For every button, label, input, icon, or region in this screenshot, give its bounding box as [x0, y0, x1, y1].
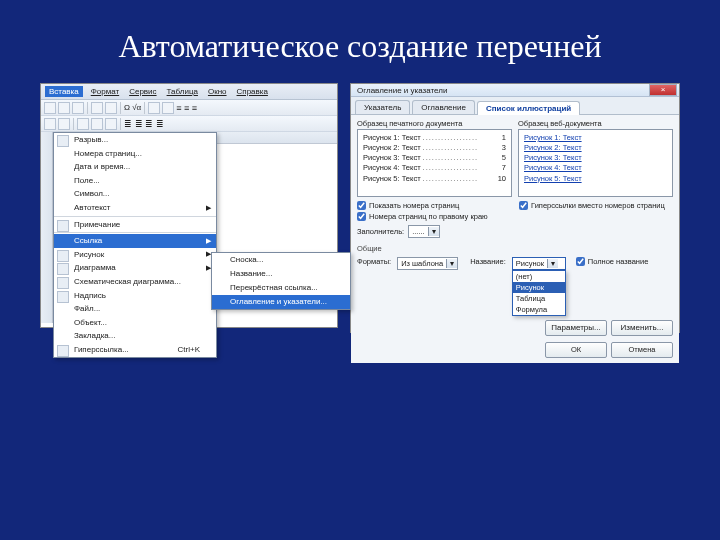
- dropdown-option[interactable]: Таблица: [513, 293, 565, 304]
- chevron-down-icon: ▾: [428, 227, 439, 236]
- menu-item-icon: [57, 345, 69, 357]
- filler-label: Заполнитель:: [357, 227, 404, 236]
- preview-link: Рисунок 3: Текст: [524, 153, 667, 163]
- insert-menu-item[interactable]: Разрыв...: [54, 133, 216, 147]
- print-preview-label: Образец печатного документа: [357, 119, 512, 128]
- tab-figures[interactable]: Список иллюстраций: [477, 101, 580, 115]
- insert-menu-item[interactable]: Объект...: [54, 316, 216, 330]
- ruler-vertical: [41, 132, 53, 323]
- tab-index[interactable]: Указатель: [355, 100, 410, 114]
- filler-combo[interactable]: ......▾: [408, 225, 440, 238]
- reference-submenu-item[interactable]: Перекрёстная ссылка...: [212, 281, 350, 295]
- toolbar-icon[interactable]: [44, 118, 56, 130]
- preview-line: Рисунок 1: Текст..................1: [363, 133, 506, 143]
- close-button[interactable]: ×: [649, 84, 677, 96]
- insert-menu-item[interactable]: Диаграмма: [54, 261, 216, 275]
- menu-help[interactable]: Справка: [235, 86, 270, 97]
- dialog-tabs[interactable]: Указатель Оглавление Список иллюстраций: [351, 97, 679, 114]
- reference-submenu-item[interactable]: Название...: [212, 267, 350, 281]
- menu-item-icon: [57, 277, 69, 289]
- preview-link: Рисунок 5: Текст: [524, 174, 667, 184]
- insert-menu-item[interactable]: Ссылка: [54, 234, 216, 248]
- screenshot-row: Вставка Формат Сервис Таблица Окно Справ…: [0, 83, 720, 333]
- insert-menu-item[interactable]: Надпись: [54, 289, 216, 303]
- document-page: Разрыв...Номера страниц...Дата и время..…: [53, 132, 337, 323]
- preview-line: Рисунок 3: Текст..................5: [363, 153, 506, 163]
- slide-title: Автоматическое создание перечней: [0, 0, 720, 83]
- toolbar-icon[interactable]: [148, 102, 160, 114]
- preview-line: Рисунок 4: Текст..................7: [363, 163, 506, 173]
- reference-submenu[interactable]: Сноска...Название...Перекрёстная ссылка.…: [211, 252, 351, 310]
- insert-menu-item[interactable]: Дата и время...: [54, 160, 216, 174]
- menu-bar[interactable]: Вставка Формат Сервис Таблица Окно Справ…: [41, 84, 337, 100]
- insert-menu-item[interactable]: Символ...: [54, 187, 216, 201]
- cancel-button[interactable]: Отмена: [611, 342, 673, 358]
- chevron-down-icon: ▾: [547, 259, 558, 268]
- insert-menu-item[interactable]: Поле...: [54, 174, 216, 188]
- menu-item-icon: [57, 135, 69, 147]
- toolbar-1: Ω √α ≡ ≡ ≡: [41, 100, 337, 116]
- caption-dropdown-list[interactable]: (нет)РисунокТаблицаФормула: [512, 270, 566, 316]
- insert-menu-item[interactable]: Примечание: [54, 218, 216, 232]
- toolbar-icon[interactable]: [162, 102, 174, 114]
- word-window: Вставка Формат Сервис Таблица Окно Справ…: [40, 83, 338, 328]
- web-preview-box: Рисунок 1: ТекстРисунок 2: ТекстРисунок …: [518, 129, 673, 197]
- insert-menu-item[interactable]: Закладка...: [54, 329, 216, 343]
- insert-menu-item[interactable]: Гиперссылка...Ctrl+K: [54, 343, 216, 357]
- toolbar-icon[interactable]: [91, 118, 103, 130]
- reference-submenu-item[interactable]: Сноска...: [212, 253, 350, 267]
- dropdown-option[interactable]: Рисунок: [513, 282, 565, 293]
- insert-dropdown-menu[interactable]: Разрыв...Номера страниц...Дата и время..…: [53, 132, 217, 358]
- insert-menu-item[interactable]: Автотекст: [54, 201, 216, 215]
- caption-combo[interactable]: Рисунок▾: [512, 257, 566, 270]
- preview-link: Рисунок 1: Текст: [524, 133, 667, 143]
- menu-insert[interactable]: Вставка: [45, 86, 83, 97]
- ok-button[interactable]: ОК: [545, 342, 607, 358]
- insert-menu-item[interactable]: Рисунок: [54, 248, 216, 262]
- chk-full-caption[interactable]: Полное название: [576, 257, 649, 266]
- preview-line: Рисунок 2: Текст..................3: [363, 143, 506, 153]
- menu-item-icon: [57, 263, 69, 275]
- dialog-title: Оглавление и указатели: [357, 86, 447, 95]
- insert-menu-item[interactable]: Номера страниц...: [54, 147, 216, 161]
- toolbar-icon[interactable]: [44, 102, 56, 114]
- dialog-body: Образец печатного документа Рисунок 1: Т…: [351, 114, 679, 340]
- toolbar-icon[interactable]: [58, 118, 70, 130]
- caption-label: Название:: [470, 257, 506, 266]
- menu-item-icon: [57, 250, 69, 262]
- menu-format[interactable]: Формат: [89, 86, 121, 97]
- web-preview-label: Образец веб-документа: [518, 119, 673, 128]
- chk-hyperlinks[interactable]: Гиперссылки вместо номеров страниц: [519, 201, 673, 210]
- toolbar-icon[interactable]: [72, 102, 84, 114]
- insert-menu-item[interactable]: Файл...: [54, 302, 216, 316]
- toolbar-icon[interactable]: [105, 102, 117, 114]
- dialog-titlebar: Оглавление и указатели ×: [351, 84, 679, 97]
- toc-dialog: Оглавление и указатели × Указатель Оглав…: [350, 83, 680, 333]
- insert-menu-item[interactable]: Схематическая диаграмма...: [54, 275, 216, 289]
- toolbar-2: ≣ ≣ ≣ ≣: [41, 116, 337, 132]
- menu-tools[interactable]: Сервис: [127, 86, 158, 97]
- dropdown-option[interactable]: Формула: [513, 304, 565, 315]
- toolbar-icon[interactable]: [105, 118, 117, 130]
- chk-show-page-numbers[interactable]: Показать номера страниц: [357, 201, 511, 210]
- format-label: Форматы:: [357, 257, 391, 266]
- reference-submenu-item[interactable]: Оглавление и указатели...: [212, 295, 350, 309]
- preview-line: Рисунок 5: Текст..................10: [363, 174, 506, 184]
- params-button[interactable]: Параметры...: [545, 320, 607, 336]
- preview-link: Рисунок 2: Текст: [524, 143, 667, 153]
- toolbar-icon[interactable]: [58, 102, 70, 114]
- group-general: Общие: [357, 244, 673, 253]
- menu-table[interactable]: Таблица: [165, 86, 200, 97]
- menu-item-icon: [57, 220, 69, 232]
- toolbar-icon[interactable]: [91, 102, 103, 114]
- tab-toc[interactable]: Оглавление: [412, 100, 475, 114]
- chk-right-align[interactable]: Номера страниц по правому краю: [357, 212, 511, 221]
- format-combo[interactable]: Из шаблона▾: [397, 257, 458, 270]
- modify-button[interactable]: Изменить...: [611, 320, 673, 336]
- menu-item-icon: [57, 291, 69, 303]
- dropdown-option[interactable]: (нет): [513, 271, 565, 282]
- chevron-down-icon: ▾: [446, 259, 457, 268]
- toolbar-icon[interactable]: [77, 118, 89, 130]
- print-preview-box: Рисунок 1: Текст..................1Рисун…: [357, 129, 512, 197]
- menu-window[interactable]: Окно: [206, 86, 229, 97]
